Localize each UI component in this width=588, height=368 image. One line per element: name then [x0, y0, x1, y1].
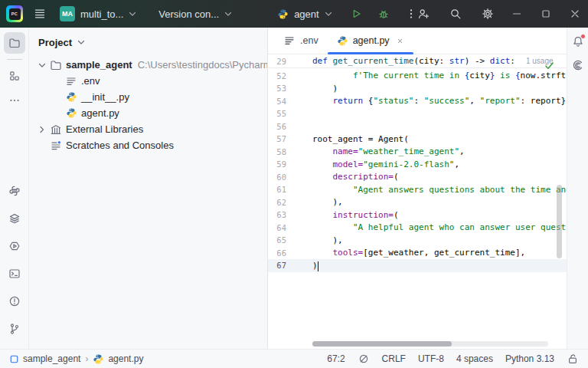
scratches-icon	[49, 140, 63, 152]
status-writable-status[interactable]	[567, 353, 579, 365]
line-number: 54	[268, 97, 286, 106]
tool-window-button-terminal[interactable]	[4, 263, 25, 284]
tree-item--env[interactable]: .env	[29, 73, 267, 89]
status-python-interpreter[interactable]: Python 3.13	[505, 353, 554, 364]
status-caret-position[interactable]: 67:2	[327, 353, 345, 364]
code-line-text: "A helpful agent who can answer user que…	[312, 222, 567, 232]
status-line-separator[interactable]: CRLF	[382, 353, 406, 364]
left-toolbar-bottom-group	[4, 177, 25, 343]
tool-window-button-python-console[interactable]	[4, 180, 25, 202]
text-caret	[318, 261, 319, 271]
vertical-scrollbar[interactable]	[557, 185, 562, 258]
line-number: 63	[268, 210, 286, 219]
terminal-icon	[8, 268, 21, 280]
line-number: 56	[268, 122, 286, 131]
inspections-ok-icon[interactable]	[544, 60, 555, 71]
search-everywhere-icon[interactable]	[449, 8, 462, 20]
button-notifications[interactable]	[572, 35, 584, 48]
python-mono-icon	[8, 185, 21, 197]
library-icon	[49, 123, 63, 136]
chevron-down-icon[interactable]	[35, 59, 49, 71]
project-widget[interactable]: MA multi_to...	[46, 6, 139, 21]
tool-window-button-version-control[interactable]	[4, 318, 25, 340]
code-line-text: root_agent = Agent(	[312, 134, 409, 144]
code-line-55: 55	[268, 107, 567, 120]
code-line-text: f'The current time in {city} is {now.str…	[312, 71, 567, 80]
code-line-52: 52 f'The current time in {city} is {now.…	[268, 70, 567, 83]
status-indent-style[interactable]: 4 spaces	[456, 353, 493, 364]
code-line-text: tools=[get_weather, get_current_time],	[312, 248, 525, 258]
code-line-63: 63 instruction=(	[268, 209, 567, 222]
code-line-57: 57root_agent = Agent(	[268, 133, 567, 146]
line-number: 52	[268, 71, 286, 80]
tool-window-button-project[interactable]	[4, 32, 25, 54]
tree-item-agent-py[interactable]: agent.py	[29, 105, 267, 121]
run-configuration-widget[interactable]: agent	[277, 8, 335, 20]
line-number: 58	[268, 147, 286, 156]
code-with-me-icon[interactable]	[417, 8, 430, 20]
code-line-60: 60 description=(	[268, 171, 567, 184]
breadcrumb-agent-py[interactable]: agent.py	[93, 353, 143, 365]
code-line-67: 67)	[268, 259, 567, 272]
minimize-icon[interactable]	[511, 8, 523, 20]
sticky-line-code: def get_current_time(city: str) -> dict:	[312, 56, 515, 66]
tool-window-button-services[interactable]	[4, 208, 25, 229]
structure-icon	[8, 70, 21, 82]
project-name: multi_to...	[80, 8, 123, 20]
line-number: 60	[268, 172, 286, 182]
chevron-down-icon[interactable]	[75, 36, 87, 48]
tab-close-icon[interactable]	[396, 37, 404, 45]
status-highlighting-level[interactable]	[358, 353, 370, 365]
tab-agent-py[interactable]: agent.py	[328, 28, 413, 54]
line-number: 65	[268, 235, 286, 245]
unlock-icon	[567, 353, 579, 365]
chevron-right-icon[interactable]	[35, 123, 49, 136]
line-number: 57	[268, 134, 286, 143]
tree-item-label: External Libraries	[66, 123, 143, 135]
tool-window-button-problems[interactable]	[4, 291, 25, 312]
line-number: 29	[268, 57, 286, 66]
tree-item-external-libraries[interactable]: External Libraries	[29, 121, 267, 137]
code-lines: 51 report = (52 f'The current time in {c…	[268, 54, 567, 272]
more-actions-icon[interactable]	[405, 8, 417, 20]
button-ai-assistant[interactable]	[572, 59, 584, 71]
python-file-icon	[337, 35, 348, 47]
tree-item--init-py[interactable]: __init__.py	[29, 89, 267, 105]
tool-window-button-structure[interactable]	[4, 65, 25, 87]
status-bar: sample_agent›agent.py 67:2CRLFUTF-84 spa…	[0, 349, 588, 368]
tree-item-sample-agent[interactable]: sample_agentC:\Users\testingdocs\Pycharm…	[29, 57, 267, 73]
tool-window-button-more-tool-windows[interactable]	[4, 90, 25, 111]
line-number: 61	[268, 185, 286, 194]
project-tool-window: Project sample_agentC:\Users\testingdocs…	[29, 28, 268, 349]
run-hexagon-icon	[8, 240, 21, 252]
horizontal-scrollbar[interactable]	[312, 341, 548, 347]
debug-icon[interactable]	[377, 8, 390, 20]
tree-item-scratches-and-consoles[interactable]: Scratches and Consoles	[29, 137, 267, 153]
code-line-62: 62 ),	[268, 196, 567, 209]
settings-gear-icon[interactable]	[482, 8, 494, 20]
code-line-56: 56	[268, 120, 567, 133]
chevron-down-icon	[222, 8, 234, 20]
project-panel-title: Project	[38, 37, 72, 48]
tree-item-label: Scratches and Consoles	[66, 140, 174, 151]
vcs-label: Version con...	[158, 8, 219, 20]
tool-window-button-run-anything[interactable]	[4, 235, 25, 257]
code-line-65: 65 ),	[268, 234, 567, 247]
more-h-icon	[8, 94, 21, 107]
problems-icon	[8, 295, 21, 307]
tab--env[interactable]: .env	[274, 28, 328, 54]
restore-icon[interactable]	[540, 8, 552, 20]
tree-item-label: agent.py	[81, 107, 119, 119]
main-menu-icon[interactable]	[34, 8, 46, 20]
run-icon[interactable]	[350, 8, 362, 20]
vcs-widget[interactable]: Version con...	[158, 8, 234, 20]
sticky-header-line: 29def get_current_time(city: str) -> dic…	[268, 54, 567, 68]
status-file-encoding[interactable]: UTF-8	[418, 353, 444, 364]
breadcrumb-label: agent.py	[108, 353, 143, 364]
code-line-text: instruction=(	[312, 210, 399, 220]
close-icon[interactable]	[569, 8, 581, 20]
breadcrumb-sample-agent[interactable]: sample_agent	[9, 353, 80, 364]
text-file-icon	[283, 34, 296, 47]
code-editor[interactable]: 29def get_current_time(city: str) -> dic…	[268, 54, 567, 349]
line-number: 62	[268, 198, 286, 207]
